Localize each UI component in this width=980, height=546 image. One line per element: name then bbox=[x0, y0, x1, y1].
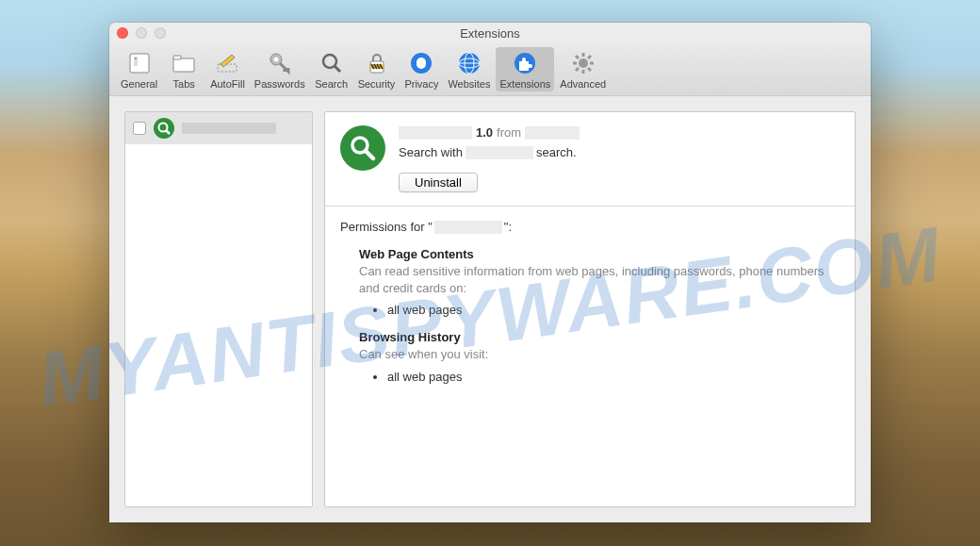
extension-author-redacted bbox=[525, 126, 580, 140]
svg-rect-12 bbox=[416, 58, 426, 69]
extension-icon-large bbox=[340, 125, 385, 171]
detail-header: 1.0 from Search with search. Uninstall bbox=[325, 112, 855, 207]
tab-search[interactable]: Search bbox=[311, 47, 352, 91]
extensions-sidebar bbox=[124, 111, 313, 507]
desc-name-redacted bbox=[466, 146, 533, 159]
tab-security[interactable]: Security bbox=[354, 47, 400, 91]
tabs-icon bbox=[170, 49, 198, 77]
perm-name-redacted bbox=[434, 221, 502, 234]
svg-line-24 bbox=[588, 68, 591, 71]
svg-point-8 bbox=[323, 55, 336, 68]
permission-item: all web pages bbox=[387, 370, 840, 384]
svg-line-25 bbox=[576, 68, 579, 71]
tab-tabs[interactable]: Tabs bbox=[163, 47, 204, 91]
svg-line-26 bbox=[588, 56, 591, 58]
svg-point-18 bbox=[579, 58, 588, 68]
svg-rect-4 bbox=[173, 56, 181, 59]
extension-icon bbox=[154, 118, 174, 139]
window-title: Extensions bbox=[109, 26, 871, 41]
permission-item: all web pages bbox=[387, 303, 840, 317]
permission-list: all web pages bbox=[387, 370, 840, 384]
preferences-window: Extensions General Tabs AutoFill Passwor… bbox=[109, 23, 871, 522]
extension-name-redacted bbox=[182, 123, 276, 134]
minimize-button[interactable] bbox=[136, 27, 147, 39]
tab-autofill[interactable]: AutoFill bbox=[206, 47, 249, 91]
security-icon bbox=[363, 49, 391, 77]
permission-browsing-history: Browsing History Can see when you visit:… bbox=[359, 330, 840, 383]
uninstall-button[interactable]: Uninstall bbox=[399, 173, 478, 192]
tab-advanced[interactable]: Advanced bbox=[556, 47, 610, 91]
tab-privacy[interactable]: Privacy bbox=[400, 47, 442, 91]
search-icon bbox=[318, 49, 346, 77]
preferences-toolbar: General Tabs AutoFill Passwords Search bbox=[109, 43, 871, 96]
close-button[interactable] bbox=[117, 27, 128, 39]
extensions-icon bbox=[511, 49, 539, 77]
permission-web-page-contents: Web Page Contents Can read sensitive inf… bbox=[359, 247, 840, 317]
svg-point-7 bbox=[273, 58, 278, 62]
from-label: from bbox=[497, 125, 521, 140]
privacy-icon bbox=[407, 49, 435, 77]
autofill-icon bbox=[213, 49, 241, 77]
tab-general[interactable]: General bbox=[117, 47, 161, 91]
permissions-title: Permissions for " ": bbox=[340, 220, 840, 234]
svg-rect-3 bbox=[173, 58, 194, 72]
svg-rect-0 bbox=[130, 54, 149, 73]
svg-point-2 bbox=[135, 58, 137, 59]
detail-header-text: 1.0 from Search with search. Uninstall bbox=[399, 125, 840, 192]
general-icon bbox=[125, 49, 154, 77]
websites-icon bbox=[455, 49, 483, 77]
zoom-button[interactable] bbox=[155, 27, 166, 39]
tab-websites[interactable]: Websites bbox=[444, 47, 494, 91]
tab-passwords[interactable]: Passwords bbox=[251, 47, 309, 91]
extension-name-redacted bbox=[399, 126, 472, 140]
permission-list: all web pages bbox=[387, 303, 840, 317]
extension-list-item[interactable] bbox=[125, 112, 312, 144]
advanced-icon bbox=[569, 49, 597, 77]
extension-version: 1.0 bbox=[476, 125, 493, 140]
description-line: Search with search. bbox=[399, 145, 840, 159]
content-area: 1.0 from Search with search. Uninstall P… bbox=[109, 96, 871, 522]
svg-line-23 bbox=[576, 56, 579, 58]
permissions-section: Permissions for " ": Web Page Contents C… bbox=[325, 207, 855, 397]
svg-rect-5 bbox=[218, 64, 237, 72]
version-line: 1.0 from bbox=[399, 125, 840, 140]
titlebar: Extensions bbox=[109, 23, 871, 43]
extension-detail-panel: 1.0 from Search with search. Uninstall P… bbox=[324, 111, 856, 507]
extension-enable-checkbox[interactable] bbox=[133, 122, 146, 135]
tab-extensions[interactable]: Extensions bbox=[496, 47, 554, 91]
window-controls bbox=[117, 27, 166, 39]
passwords-icon bbox=[266, 49, 294, 77]
